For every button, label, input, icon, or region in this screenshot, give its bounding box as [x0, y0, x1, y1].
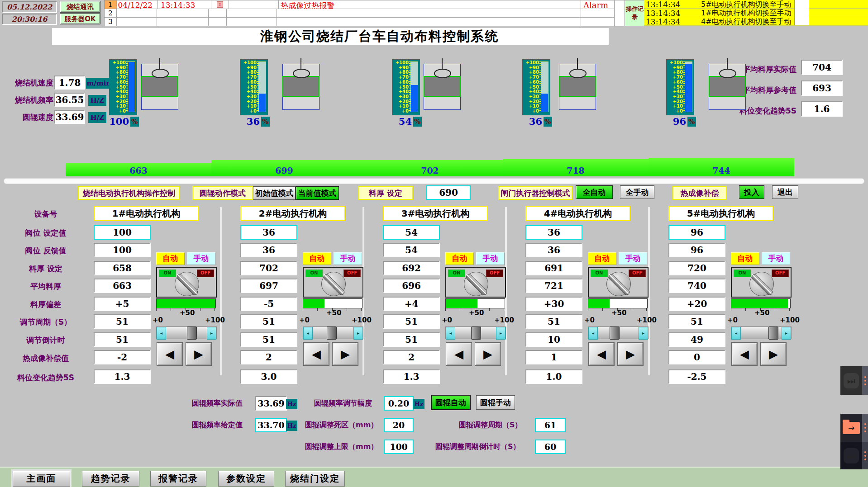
step-close-button[interactable]: ◀ [732, 343, 757, 365]
thickness-set-input[interactable]: 690 [426, 185, 471, 200]
knob-icon[interactable] [321, 272, 346, 296]
full-manual-button[interactable]: 全手动 [620, 185, 654, 199]
op-log-row[interactable]: 13:14:34 5#电动执行机构切换至手动 [644, 0, 868, 9]
overlay-app-icon-bottom[interactable]: ⏭ [840, 442, 868, 469]
auto-mode-button[interactable]: 自动 [588, 252, 616, 265]
valve-slider[interactable]: ◂ ▸ [588, 326, 649, 339]
plumb-bob-icon [152, 69, 169, 78]
overlay-app-icon-top[interactable]: ⏭ [840, 366, 868, 395]
nav-main-screen-button[interactable]: 主画面 [13, 471, 70, 487]
avg-thickness-ref-value: 693 [801, 80, 843, 96]
rotary-switch[interactable]: ON OFF [303, 267, 363, 298]
init-mode-button[interactable]: 初始值模式 [253, 186, 296, 200]
rotary-switch[interactable]: ON OFF [588, 267, 649, 298]
alarm-row[interactable]: 1 04/12/22 13:14:33 ! 热成像过热报警 [105, 0, 581, 9]
gauge-fill [259, 94, 266, 112]
slider-right-arrow-icon[interactable]: ▸ [782, 327, 791, 340]
op-log-row[interactable]: 13:14:34 4#电动执行机构切换至手动 [644, 17, 868, 26]
step-open-button[interactable]: ▶ [186, 343, 211, 365]
slider-left-arrow-icon[interactable]: ◂ [157, 327, 166, 340]
drag-dots-icon[interactable] [862, 366, 868, 395]
server-ok-button[interactable]: 服务器OK [60, 14, 100, 24]
op-log-list: 13:14:34 5#电动执行机构切换至手动 13:14:34 1#电动执行机构… [644, 0, 868, 26]
drag-dots-icon[interactable] [862, 414, 868, 442]
step-open-button[interactable]: ▶ [475, 343, 501, 365]
slider-left-arrow-icon[interactable]: ◂ [303, 327, 313, 340]
drag-dots-icon[interactable] [862, 442, 868, 469]
valve-slider[interactable]: ◂ ▸ [303, 326, 363, 339]
step-open-button[interactable]: ▶ [761, 343, 786, 365]
auto-mode-button[interactable]: 自动 [303, 252, 331, 265]
engage-button[interactable]: 投入 [739, 185, 764, 199]
slider-left-arrow-icon[interactable]: ◂ [588, 327, 598, 340]
rotary-switch[interactable]: ON OFF [445, 267, 506, 298]
knob-icon[interactable] [606, 272, 631, 296]
manual-mode-button[interactable]: 手动 [187, 252, 215, 265]
alarm-row[interactable]: 2 [105, 9, 581, 18]
overlay-folder-shortcut[interactable]: → [840, 414, 868, 442]
roller-manual-button[interactable]: 圆辊手动 [476, 395, 515, 410]
roller-freq-step-input[interactable]: 0.20 [384, 396, 414, 411]
manual-mode-button[interactable]: 手动 [334, 252, 362, 265]
auto-mode-button[interactable]: 自动 [731, 252, 759, 265]
current-mode-button[interactable]: 当前值模式 [296, 186, 339, 200]
manual-mode-button[interactable]: 手动 [619, 252, 647, 265]
manual-mode-button[interactable]: 手动 [476, 252, 505, 265]
slider-left-arrow-icon[interactable]: ◂ [731, 327, 741, 340]
slider-handle[interactable] [187, 326, 197, 340]
roller-freq-set-input[interactable]: 33.70 [255, 418, 287, 432]
roller-upper-limit-input[interactable]: 100 [384, 440, 414, 454]
knob-icon[interactable] [464, 272, 488, 296]
rotary-switch[interactable]: ON OFF [731, 267, 792, 298]
valve-set-input[interactable]: 54 [383, 225, 440, 240]
alarm-row[interactable]: 3 [105, 18, 581, 26]
sinter-comm-button[interactable]: 烧结通讯 [60, 1, 100, 12]
slider-right-arrow-icon[interactable]: ▸ [496, 327, 506, 340]
roller-auto-button[interactable]: 圆辊自动 [431, 395, 470, 410]
thickness-dev-value: +20 [668, 297, 725, 311]
valve-slider[interactable]: ◂ ▸ [445, 326, 506, 339]
exit-button[interactable]: 退出 [772, 185, 798, 199]
alarm-row-number: 1 [105, 0, 117, 9]
rotary-switch[interactable]: ON OFF [156, 267, 217, 298]
slider-handle[interactable] [327, 326, 337, 340]
slider-handle[interactable] [471, 326, 481, 340]
nav-gate-setting-button[interactable]: 烧结门设定 [285, 471, 345, 487]
slider-right-arrow-icon[interactable]: ▸ [207, 327, 216, 340]
valve-slider[interactable]: ◂ ▸ [731, 326, 792, 339]
cycle-value: 51 [383, 314, 440, 329]
slider-left-arrow-icon[interactable]: ◂ [446, 327, 455, 340]
manual-mode-button[interactable]: 手动 [762, 252, 790, 265]
auto-mode-button[interactable]: 自动 [156, 252, 185, 265]
auto-mode-button[interactable]: 自动 [445, 252, 474, 265]
roller-mode-label: 圆辊动作模式 [192, 186, 253, 200]
step-close-button[interactable]: ◀ [589, 343, 614, 365]
step-open-button[interactable]: ▶ [618, 343, 643, 365]
slider-handle[interactable] [610, 326, 620, 340]
valve-set-input[interactable]: 96 [668, 225, 725, 240]
slider-handle[interactable] [768, 326, 778, 340]
knob-icon[interactable] [175, 272, 199, 296]
valve-feedback-value: 100 [94, 243, 151, 257]
valve-set-input[interactable]: 36 [525, 225, 582, 240]
valve-slider[interactable]: ◂ ▸ [156, 326, 217, 339]
slider-right-arrow-icon[interactable]: ▸ [639, 327, 648, 340]
valve-set-input[interactable]: 36 [240, 225, 297, 240]
step-close-button[interactable]: ◀ [304, 343, 329, 365]
step-close-button[interactable]: ◀ [446, 343, 472, 365]
nav-trend-log-button[interactable]: 趋势记录 [82, 471, 139, 487]
knob-icon[interactable] [749, 272, 774, 296]
gate-indicator-4 [559, 64, 596, 110]
valve-set-input[interactable]: 100 [94, 225, 151, 240]
valve-gauge-2: +100 +90 +80 +70 +60 +50 +40 +30 +20 +10… [240, 59, 268, 115]
nav-param-setting-button[interactable]: 参数设定 [218, 471, 274, 487]
full-auto-button[interactable]: 全自动 [576, 185, 613, 199]
roller-deadzone-input[interactable]: 20 [384, 418, 414, 432]
slider-right-arrow-icon[interactable]: ▸ [353, 327, 363, 340]
op-log-row[interactable]: 13:14:34 1#电动执行机构切换至手动 [644, 9, 868, 17]
roller-cycle-input[interactable]: 61 [535, 418, 566, 432]
time-display: 20:30:16 [2, 14, 57, 25]
step-open-button[interactable]: ▶ [333, 343, 358, 365]
nav-alarm-log-button[interactable]: 报警记录 [150, 471, 206, 487]
step-close-button[interactable]: ◀ [157, 343, 182, 365]
